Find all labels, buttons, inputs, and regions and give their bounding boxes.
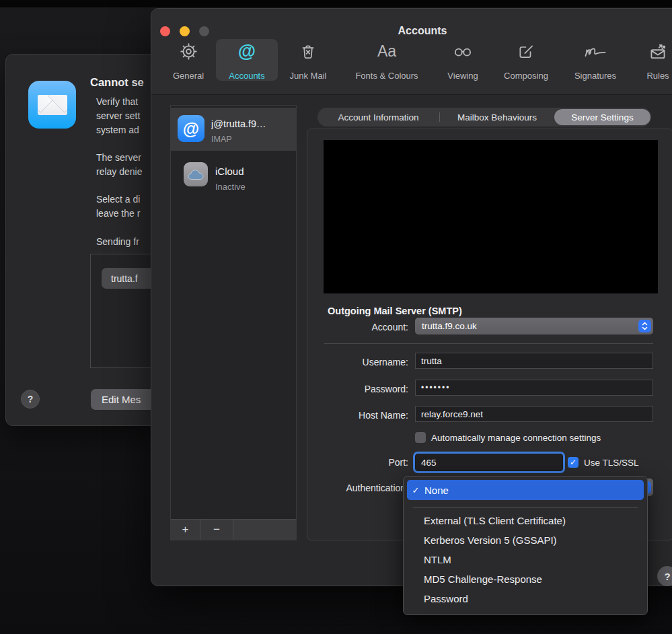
toolbar-label: Accounts <box>229 71 264 81</box>
toolbar-item-composing[interactable]: Composing <box>494 39 558 81</box>
sidebar-controls-spacer <box>233 520 296 540</box>
account-status: Inactive <box>215 182 246 192</box>
toolbar-item-accounts[interactable]: @ Accounts <box>216 39 278 81</box>
sidebar-controls: + − <box>171 519 296 540</box>
tls-label: Use TLS/SSL <box>584 458 639 468</box>
username-field[interactable]: trutta <box>415 353 653 369</box>
add-account-button[interactable]: + <box>171 520 200 540</box>
screen-top-strip <box>0 0 672 7</box>
accounts-sidebar: @ j@trutta.f9… IMAP iCloud Inactive + − <box>170 105 297 540</box>
smtp-section-title: Outgoing Mail Server (SMTP) <box>328 306 462 316</box>
account-type: IMAP <box>211 135 232 144</box>
at-account-icon: @ <box>178 115 204 142</box>
menu-item-md5[interactable]: MD5 Challenge-Response <box>404 569 647 589</box>
fonts-aa-icon: Aa <box>377 39 396 63</box>
toolbar-label: Rules <box>646 71 669 81</box>
envelope-icon <box>38 95 67 115</box>
tab-server-settings[interactable]: Server Settings <box>554 109 650 125</box>
close-button[interactable] <box>160 26 170 36</box>
minimize-button[interactable] <box>180 26 190 36</box>
account-tabs: Account Information Mailbox Behaviours S… <box>318 108 651 127</box>
toolbar-label: Composing <box>504 71 548 81</box>
toolbar-item-general[interactable]: General <box>165 39 212 81</box>
toolbar-item-rules[interactable]: Rules <box>634 39 672 81</box>
accounts-preferences-window: Accounts General @ Accounts J <box>151 8 672 586</box>
auto-manage-checkbox[interactable] <box>415 432 426 443</box>
trash-x-icon <box>299 39 317 63</box>
toolbar-item-signatures[interactable]: Signatures <box>563 39 628 81</box>
glasses-icon <box>452 39 474 63</box>
toolbar-label: Viewing <box>447 71 478 81</box>
menu-item-kerberos[interactable]: Kerberos Version 5 (GSSAPI) <box>404 530 647 550</box>
authentication-label: Authentication: <box>301 483 408 493</box>
smtp-account-popup[interactable]: trutta.f9.co.uk <box>415 318 653 334</box>
tab-account-information[interactable]: Account Information <box>318 109 439 125</box>
compose-icon <box>517 39 535 63</box>
toolbar-label: Fonts & Colours <box>355 71 418 81</box>
password-label: Password: <box>301 384 408 394</box>
smtp-account-value: trutta.f9.co.uk <box>422 321 477 331</box>
toolbar-label: Junk Mail <box>290 71 327 81</box>
zoom-button-disabled <box>199 26 209 36</box>
account-label: Account: <box>301 322 408 332</box>
menu-item-label: None <box>424 485 449 496</box>
account-name: iCloud <box>215 166 244 177</box>
menu-item-password[interactable]: Password <box>404 589 647 608</box>
auto-manage-row: Automatically manage connection settings <box>415 432 601 443</box>
at-icon: @ <box>238 39 256 63</box>
username-label: Username: <box>301 357 408 367</box>
port-label: Port: <box>301 457 408 468</box>
hostname-label: Host Name: <box>301 410 408 421</box>
alert-help-button[interactable]: ? <box>21 390 40 409</box>
menu-item-none-selected[interactable]: ✓ None <box>407 480 644 500</box>
menu-separator <box>413 507 638 508</box>
preferences-toolbar: Accounts General @ Accounts J <box>151 9 672 95</box>
sidebar-account-icloud[interactable]: iCloud Inactive <box>171 151 296 194</box>
authentication-menu: ✓ None External (TLS Client Certificate)… <box>403 476 648 615</box>
toolbar-label: General <box>173 71 204 81</box>
toolbar-item-fonts-colours[interactable]: Aa Fonts & Colours <box>346 39 427 81</box>
envelope-arrows-icon <box>648 39 667 63</box>
toolbar-item-junk-mail[interactable]: Junk Mail <box>278 39 338 81</box>
checkmark-icon: ✓ <box>407 485 424 495</box>
alert-title: Cannot se <box>90 76 144 89</box>
form-divider <box>324 343 653 344</box>
tab-mailbox-behaviours[interactable]: Mailbox Behaviours <box>440 109 554 125</box>
remove-account-button[interactable]: − <box>200 520 233 540</box>
sidebar-account-trutta[interactable]: @ j@trutta.f9… IMAP <box>171 108 296 151</box>
toolbar-item-viewing[interactable]: Viewing <box>436 39 490 81</box>
account-name: j@trutta.f9… <box>211 118 266 129</box>
auto-manage-label: Automatically manage connection settings <box>431 433 601 443</box>
password-field[interactable]: ••••••• <box>415 380 653 396</box>
port-field-focused[interactable]: 465 <box>415 454 563 471</box>
tls-row: ✓ Use TLS/SSL <box>568 457 639 468</box>
hostname-field[interactable]: relay.force9.net <box>415 406 653 422</box>
signature-icon <box>583 39 608 63</box>
incoming-server-redacted-area <box>324 140 658 293</box>
tls-checkbox[interactable]: ✓ <box>568 457 578 468</box>
icloud-icon <box>184 162 208 186</box>
gear-icon <box>180 39 198 63</box>
toolbar-label: Signatures <box>574 71 616 81</box>
mail-app-icon <box>28 81 76 129</box>
menu-item-ntlm[interactable]: NTLM <box>404 550 647 569</box>
window-title: Accounts <box>398 25 447 37</box>
menu-item-external[interactable]: External (TLS Client Certificate) <box>404 511 647 530</box>
popup-stepper-icon <box>638 320 651 332</box>
cannot-send-alert-window: Cannot se Verify that server sett system… <box>5 54 161 426</box>
help-button[interactable]: ? <box>657 566 672 586</box>
